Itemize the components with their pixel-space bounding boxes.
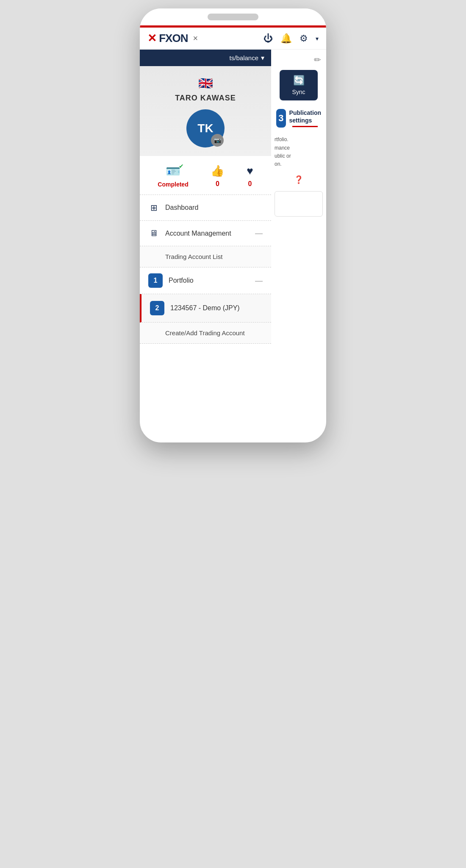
right-panel: ✏ 🔄 Sync 3 Publication settings rtfolio.: [271, 50, 326, 344]
gear-icon[interactable]: ⚙: [300, 33, 308, 44]
thumbs-up-icon: 👍: [211, 164, 224, 178]
sub-header-text: ts/balance: [230, 54, 258, 61]
header-icons: ⏻ 🔔 ⚙ ▾: [264, 33, 319, 44]
country-flag: 🇬🇧: [147, 76, 264, 90]
logo-x: ✕: [147, 32, 156, 45]
menu-section: ⊞ Dashboard 🖥 Account Management — Tradi…: [140, 195, 271, 344]
avatar-initials: TK: [197, 122, 213, 135]
sync-icon: 🔄: [293, 75, 305, 86]
stat-id-verification[interactable]: 🪪✔ Completed: [158, 164, 188, 188]
sub-header-chevron-icon[interactable]: ▾: [261, 54, 264, 62]
create-account-item[interactable]: Create/Add Trading Account: [140, 323, 271, 344]
logo-area: ✕ FXON ×: [147, 32, 198, 45]
phone-frame: ✕ FXON × ⏻ 🔔 ⚙ ▾ ts/balance ▾ 🇬🇧 TARO K: [140, 8, 326, 442]
monitor-icon: 🖥: [148, 228, 159, 238]
heart-icon: ♥: [247, 164, 253, 178]
completed-label: Completed: [158, 181, 188, 188]
account-management-menu-item[interactable]: 🖥 Account Management —: [140, 221, 271, 246]
app-header: ✕ FXON × ⏻ 🔔 ⚙ ▾: [140, 28, 326, 50]
camera-button[interactable]: 📷: [211, 134, 224, 147]
camera-icon: 📷: [214, 137, 221, 144]
demo-account-item[interactable]: 2 1234567 - Demo (JPY): [140, 294, 271, 323]
check-icon: ✔: [179, 163, 184, 170]
portfolio-menu-item[interactable]: 1 Portfolio —: [140, 267, 271, 294]
question-icon: ❓: [271, 172, 326, 188]
red-underline: [292, 126, 318, 127]
trading-account-list-label: Trading Account List: [165, 253, 222, 260]
trading-account-list-item[interactable]: Trading Account List: [140, 246, 271, 267]
close-button[interactable]: ×: [193, 33, 198, 43]
edit-icon[interactable]: ✏: [314, 55, 321, 65]
edit-icon-row: ✏: [271, 50, 326, 70]
logo-text: FXON: [159, 32, 188, 45]
power-icon[interactable]: ⏻: [264, 33, 273, 44]
demo-badge: 2: [150, 301, 164, 315]
pub-settings-badge: 3: [276, 109, 286, 128]
profile-area: 🇬🇧 TARO KAWASE TK 📷: [140, 66, 271, 156]
publication-settings-area: 3 Publication settings: [271, 106, 326, 132]
sub-header: ts/balance ▾: [140, 50, 271, 66]
logo[interactable]: ✕ FXON: [147, 32, 188, 45]
user-name: TARO KAWASE: [147, 94, 264, 103]
notch-bar: [208, 14, 258, 20]
stat-hearts[interactable]: ♥ 0: [247, 164, 253, 188]
portfolio-badge: 1: [148, 273, 163, 288]
heart-count: 0: [248, 180, 252, 188]
account-management-label: Account Management: [165, 230, 249, 237]
create-account-label: Create/Add Trading Account: [165, 329, 245, 337]
demo-account-label: 1234567 - Demo (JPY): [170, 304, 263, 312]
stats-row: 🪪✔ Completed 👍 0 ♥ 0: [140, 156, 271, 195]
header-chevron-icon[interactable]: ▾: [316, 35, 319, 42]
phone-notch: [140, 8, 326, 25]
collapse-icon: —: [255, 229, 263, 238]
pub-settings-label[interactable]: Publication settings: [289, 109, 321, 129]
sync-button[interactable]: 🔄 Sync: [280, 70, 318, 100]
dashboard-icon: ⊞: [148, 203, 159, 213]
dashboard-menu-item[interactable]: ⊞ Dashboard: [140, 195, 271, 221]
bell-icon[interactable]: 🔔: [280, 33, 292, 44]
content-box: [275, 191, 323, 217]
stat-likes[interactable]: 👍 0: [211, 164, 224, 188]
sync-label: Sync: [292, 89, 305, 95]
id-card-icon: 🪪✔: [166, 164, 180, 178]
body-text: rtfolio. mance ublic or on.: [271, 132, 326, 172]
like-count: 0: [216, 180, 219, 188]
sync-area: 🔄 Sync: [271, 70, 326, 106]
dashboard-label: Dashboard: [165, 204, 263, 211]
portfolio-label: Portfolio: [169, 277, 249, 284]
sidebar: ts/balance ▾ 🇬🇧 TARO KAWASE TK 📷: [140, 50, 271, 344]
app-body: ts/balance ▾ 🇬🇧 TARO KAWASE TK 📷: [140, 50, 326, 344]
portfolio-collapse-icon: —: [255, 276, 263, 285]
avatar: TK 📷: [186, 109, 225, 147]
